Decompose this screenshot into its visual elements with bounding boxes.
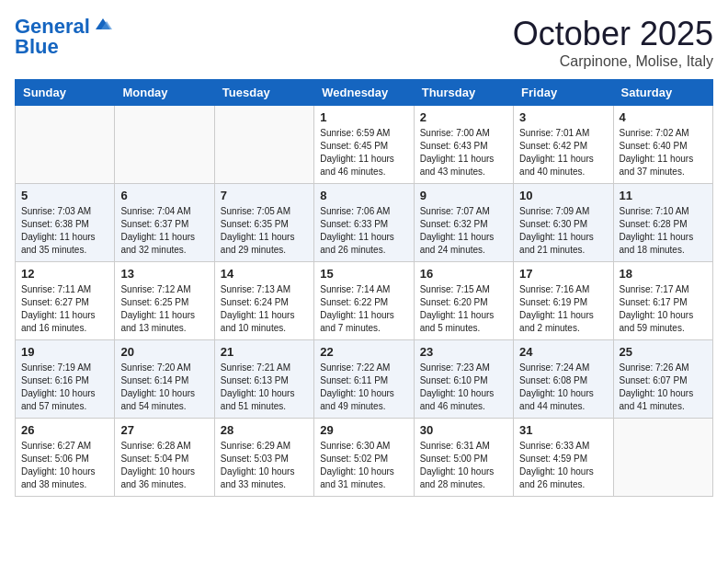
- day-number: 7: [221, 189, 308, 202]
- day-number: 31: [519, 423, 607, 437]
- day-number: 27: [120, 423, 208, 437]
- calendar-day-cell: 28Sunrise: 6:29 AM Sunset: 5:03 PM Dayli…: [214, 419, 313, 497]
- day-number: 2: [420, 110, 507, 124]
- day-info: Sunrise: 7:22 AM Sunset: 6:11 PM Dayligh…: [320, 362, 407, 413]
- calendar-day-cell: 1Sunrise: 6:59 AM Sunset: 6:45 PM Daylig…: [314, 106, 414, 184]
- day-info: Sunrise: 7:23 AM Sunset: 6:10 PM Dayligh…: [420, 362, 507, 413]
- day-number: 18: [620, 267, 707, 281]
- calendar-header-row: SundayMondayTuesdayWednesdayThursdayFrid…: [16, 80, 713, 106]
- calendar-day-cell: 4Sunrise: 7:02 AM Sunset: 6:40 PM Daylig…: [613, 106, 712, 184]
- calendar-day-cell: 23Sunrise: 7:23 AM Sunset: 6:10 PM Dayli…: [414, 340, 513, 419]
- calendar-week-row: 26Sunrise: 6:27 AM Sunset: 5:06 PM Dayli…: [16, 419, 713, 497]
- calendar-week-row: 19Sunrise: 7:19 AM Sunset: 6:16 PM Dayli…: [16, 340, 713, 419]
- logo-blue: Blue: [15, 35, 59, 59]
- day-number: 20: [120, 345, 208, 359]
- calendar-day-cell: 20Sunrise: 7:20 AM Sunset: 6:14 PM Dayli…: [115, 340, 214, 419]
- day-info: Sunrise: 7:26 AM Sunset: 6:07 PM Dayligh…: [620, 362, 707, 413]
- calendar-day-cell: 21Sunrise: 7:21 AM Sunset: 6:13 PM Dayli…: [214, 340, 313, 419]
- day-info: Sunrise: 7:00 AM Sunset: 6:43 PM Dayligh…: [420, 127, 507, 178]
- day-info: Sunrise: 7:11 AM Sunset: 6:27 PM Dayligh…: [21, 283, 108, 335]
- logo: General Blue: [15, 15, 112, 59]
- calendar-day-cell: 13Sunrise: 7:12 AM Sunset: 6:25 PM Dayli…: [115, 262, 214, 340]
- day-number: 21: [221, 345, 308, 359]
- calendar-day-cell: 9Sunrise: 7:07 AM Sunset: 6:32 PM Daylig…: [414, 184, 513, 262]
- day-info: Sunrise: 7:16 AM Sunset: 6:19 PM Dayligh…: [519, 283, 607, 335]
- day-number: 19: [21, 345, 108, 359]
- day-info: Sunrise: 6:59 AM Sunset: 6:45 PM Dayligh…: [320, 127, 407, 178]
- day-info: Sunrise: 6:27 AM Sunset: 5:06 PM Dayligh…: [21, 440, 108, 491]
- day-info: Sunrise: 7:02 AM Sunset: 6:40 PM Dayligh…: [620, 127, 707, 178]
- day-number: 9: [420, 189, 507, 202]
- day-info: Sunrise: 7:03 AM Sunset: 6:38 PM Dayligh…: [21, 205, 108, 257]
- calendar-week-row: 1Sunrise: 6:59 AM Sunset: 6:45 PM Daylig…: [16, 106, 713, 184]
- weekday-header: Thursday: [414, 80, 513, 106]
- location-subtitle: Carpinone, Molise, Italy: [513, 53, 713, 70]
- day-info: Sunrise: 7:14 AM Sunset: 6:22 PM Dayligh…: [320, 283, 407, 335]
- day-number: 8: [320, 189, 407, 202]
- calendar-day-cell: [613, 419, 712, 497]
- calendar-day-cell: 31Sunrise: 6:33 AM Sunset: 4:59 PM Dayli…: [514, 419, 613, 497]
- day-number: 28: [221, 423, 308, 437]
- day-info: Sunrise: 7:21 AM Sunset: 6:13 PM Dayligh…: [221, 362, 308, 413]
- day-info: Sunrise: 7:15 AM Sunset: 6:20 PM Dayligh…: [420, 283, 507, 335]
- day-number: 30: [420, 423, 507, 437]
- day-info: Sunrise: 7:24 AM Sunset: 6:08 PM Dayligh…: [519, 362, 607, 413]
- logo-icon: [92, 17, 112, 33]
- weekday-header: Tuesday: [214, 80, 313, 106]
- day-number: 26: [21, 423, 108, 437]
- day-info: Sunrise: 6:31 AM Sunset: 5:00 PM Dayligh…: [420, 440, 507, 491]
- calendar-day-cell: [16, 106, 115, 184]
- day-info: Sunrise: 7:09 AM Sunset: 6:30 PM Dayligh…: [519, 205, 607, 257]
- day-number: 16: [420, 267, 507, 281]
- calendar-day-cell: 8Sunrise: 7:06 AM Sunset: 6:33 PM Daylig…: [314, 184, 414, 262]
- day-info: Sunrise: 7:07 AM Sunset: 6:32 PM Dayligh…: [420, 205, 507, 257]
- day-number: 11: [620, 189, 707, 202]
- weekday-header: Sunday: [16, 80, 115, 106]
- calendar-day-cell: 30Sunrise: 6:31 AM Sunset: 5:00 PM Dayli…: [414, 419, 513, 497]
- calendar-day-cell: [115, 106, 214, 184]
- title-block: October 2025 Carpinone, Molise, Italy: [513, 15, 713, 70]
- weekday-header: Wednesday: [314, 80, 414, 106]
- day-info: Sunrise: 7:10 AM Sunset: 6:28 PM Dayligh…: [620, 205, 707, 257]
- page-header: General Blue October 2025 Carpinone, Mol…: [15, 15, 713, 70]
- weekday-header: Monday: [115, 80, 214, 106]
- calendar-table: SundayMondayTuesdayWednesdayThursdayFrid…: [15, 79, 713, 497]
- calendar-day-cell: 29Sunrise: 6:30 AM Sunset: 5:02 PM Dayli…: [314, 419, 414, 497]
- day-info: Sunrise: 7:05 AM Sunset: 6:35 PM Dayligh…: [221, 205, 308, 257]
- calendar-day-cell: 12Sunrise: 7:11 AM Sunset: 6:27 PM Dayli…: [16, 262, 115, 340]
- day-number: 4: [620, 110, 707, 124]
- day-number: 6: [120, 189, 208, 202]
- calendar-day-cell: 19Sunrise: 7:19 AM Sunset: 6:16 PM Dayli…: [16, 340, 115, 419]
- calendar-day-cell: 3Sunrise: 7:01 AM Sunset: 6:42 PM Daylig…: [514, 106, 613, 184]
- calendar-day-cell: 6Sunrise: 7:04 AM Sunset: 6:37 PM Daylig…: [115, 184, 214, 262]
- day-info: Sunrise: 7:20 AM Sunset: 6:14 PM Dayligh…: [120, 362, 208, 413]
- day-info: Sunrise: 6:29 AM Sunset: 5:03 PM Dayligh…: [221, 440, 308, 491]
- day-info: Sunrise: 7:04 AM Sunset: 6:37 PM Dayligh…: [120, 205, 208, 257]
- day-info: Sunrise: 7:13 AM Sunset: 6:24 PM Dayligh…: [221, 283, 308, 335]
- day-info: Sunrise: 7:12 AM Sunset: 6:25 PM Dayligh…: [120, 283, 208, 335]
- day-info: Sunrise: 6:28 AM Sunset: 5:04 PM Dayligh…: [120, 440, 208, 491]
- calendar-day-cell: 2Sunrise: 7:00 AM Sunset: 6:43 PM Daylig…: [414, 106, 513, 184]
- calendar-day-cell: 16Sunrise: 7:15 AM Sunset: 6:20 PM Dayli…: [414, 262, 513, 340]
- day-info: Sunrise: 7:17 AM Sunset: 6:17 PM Dayligh…: [620, 283, 707, 335]
- calendar-day-cell: 17Sunrise: 7:16 AM Sunset: 6:19 PM Dayli…: [514, 262, 613, 340]
- calendar-day-cell: 15Sunrise: 7:14 AM Sunset: 6:22 PM Dayli…: [314, 262, 414, 340]
- calendar-day-cell: 27Sunrise: 6:28 AM Sunset: 5:04 PM Dayli…: [115, 419, 214, 497]
- month-title: October 2025: [513, 15, 713, 53]
- day-info: Sunrise: 7:06 AM Sunset: 6:33 PM Dayligh…: [320, 205, 407, 257]
- day-info: Sunrise: 6:30 AM Sunset: 5:02 PM Dayligh…: [320, 440, 407, 491]
- day-number: 10: [519, 189, 607, 202]
- day-number: 12: [21, 267, 108, 281]
- calendar-day-cell: 18Sunrise: 7:17 AM Sunset: 6:17 PM Dayli…: [613, 262, 712, 340]
- day-info: Sunrise: 7:19 AM Sunset: 6:16 PM Dayligh…: [21, 362, 108, 413]
- day-number: 22: [320, 345, 407, 359]
- day-number: 5: [21, 189, 108, 202]
- calendar-day-cell: 14Sunrise: 7:13 AM Sunset: 6:24 PM Dayli…: [214, 262, 313, 340]
- day-number: 3: [519, 110, 607, 124]
- day-number: 17: [519, 267, 607, 281]
- calendar-day-cell: 22Sunrise: 7:22 AM Sunset: 6:11 PM Dayli…: [314, 340, 414, 419]
- day-number: 25: [620, 345, 707, 359]
- calendar-day-cell: 11Sunrise: 7:10 AM Sunset: 6:28 PM Dayli…: [613, 184, 712, 262]
- calendar-week-row: 5Sunrise: 7:03 AM Sunset: 6:38 PM Daylig…: [16, 184, 713, 262]
- calendar-week-row: 12Sunrise: 7:11 AM Sunset: 6:27 PM Dayli…: [16, 262, 713, 340]
